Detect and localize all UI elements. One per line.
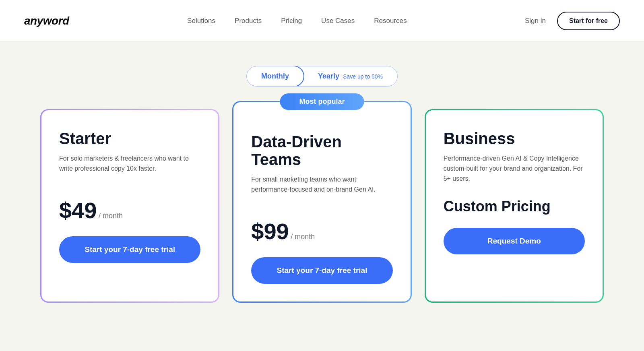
main-content: Monthly Yearly Save up to 50% Starter Fo…	[0, 42, 644, 319]
starter-price-amount: $49	[59, 198, 97, 223]
yearly-label: Yearly	[318, 72, 339, 80]
start-free-button[interactable]: Start for free	[557, 12, 620, 30]
starter-cta-button[interactable]: Start your 7-day free trial	[59, 236, 200, 263]
sign-in-link[interactable]: Sign in	[525, 17, 546, 25]
yearly-toggle[interactable]: Yearly Save up to 50%	[303, 66, 397, 86]
popular-plan-name: Data-Driven Teams	[251, 133, 392, 168]
nav-resources[interactable]: Resources	[374, 17, 407, 25]
logo: anyword	[24, 14, 69, 27]
business-plan-name: Business	[444, 130, 585, 147]
most-popular-badge: Most popular	[280, 93, 364, 110]
header-actions: Sign in Start for free	[525, 12, 620, 30]
starter-card: Starter For solo marketers & freelancers…	[40, 109, 219, 303]
business-description: Performance-driven Gen AI & Copy Intelli…	[444, 154, 585, 184]
business-price: Custom Pricing	[444, 198, 585, 215]
popular-price: $99 / month	[251, 218, 392, 244]
business-cta-button[interactable]: Request Demo	[444, 228, 585, 254]
main-nav: Solutions Products Pricing Use Cases Res…	[187, 17, 407, 25]
nav-solutions[interactable]: Solutions	[187, 17, 215, 25]
popular-cta-button[interactable]: Start your 7-day free trial	[251, 257, 392, 284]
starter-plan-name: Starter	[59, 130, 200, 147]
business-card: Business Performance-driven Gen AI & Cop…	[425, 109, 604, 303]
site-header: anyword Solutions Products Pricing Use C…	[0, 0, 644, 42]
popular-card: Most popular Data-Driven Teams For small…	[232, 101, 411, 303]
starter-price: $49 / month	[59, 197, 200, 223]
nav-pricing[interactable]: Pricing	[281, 17, 302, 25]
popular-price-amount: $99	[251, 219, 289, 244]
badge-spacer	[251, 122, 392, 133]
billing-toggle-wrapper: Monthly Yearly Save up to 50%	[32, 66, 612, 87]
starter-description: For solo marketers & freelancers who wan…	[59, 154, 200, 183]
popular-description: For small marketing teams who want perfo…	[251, 175, 392, 204]
yearly-save-text: Save up to 50%	[343, 73, 383, 80]
pricing-grid: Starter For solo marketers & freelancers…	[40, 109, 604, 303]
starter-price-period: / month	[99, 212, 123, 220]
nav-use-cases[interactable]: Use Cases	[321, 17, 355, 25]
monthly-toggle[interactable]: Monthly	[246, 66, 304, 87]
monthly-label: Monthly	[261, 72, 289, 80]
nav-products[interactable]: Products	[235, 17, 262, 25]
billing-toggle: Monthly Yearly Save up to 50%	[246, 66, 398, 87]
popular-price-period: / month	[291, 233, 315, 241]
